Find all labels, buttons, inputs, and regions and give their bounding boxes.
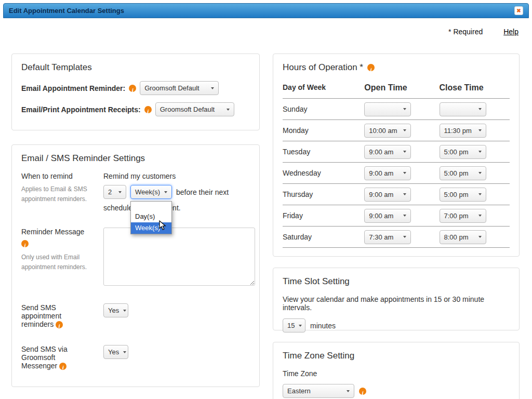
- unit-option-days[interactable]: Day(s): [131, 211, 171, 222]
- caret-down-icon: [227, 109, 230, 111]
- table-row: Tuesday 9:00 am 5:00 pm: [283, 141, 510, 163]
- remind-lead-text: Remind my customers: [103, 172, 250, 180]
- close-time-select[interactable]: 8:00 pm: [440, 230, 486, 244]
- caret-down-icon: [403, 215, 406, 217]
- email-reminder-label: Email Appointment Reminder:: [21, 84, 125, 92]
- unit-option-blank[interactable]: [131, 202, 171, 211]
- open-time-select[interactable]: [364, 102, 411, 116]
- close-time-select[interactable]: 5:00 pm: [440, 188, 486, 202]
- receipts-label: Email/Print Appointment Receipts:: [21, 105, 141, 114]
- open-time-select[interactable]: 9:00 am: [364, 188, 411, 202]
- sms-reminders-block: Send SMS appointment reminders Yes: [21, 303, 250, 328]
- sms-messenger-select[interactable]: Yes: [103, 345, 128, 359]
- sms-reminders-select[interactable]: Yes: [103, 303, 128, 317]
- remind-tail-text-1: before their next: [176, 188, 229, 196]
- help-link[interactable]: Help: [503, 28, 518, 36]
- select-value: 15: [287, 322, 295, 329]
- select-value: 7:00 pm: [444, 212, 469, 220]
- time-zone-panel: Time Zone Setting Time Zone Eastern: [273, 342, 520, 399]
- close-time-select[interactable]: 5:00 pm: [440, 166, 486, 180]
- day-label: Tuesday: [283, 148, 364, 156]
- time-zone-label: Time Zone: [283, 369, 510, 378]
- unit-option-weeks[interactable]: Week(s): [131, 222, 171, 234]
- day-label: Monday: [283, 126, 364, 135]
- close-time-select[interactable]: [440, 102, 486, 116]
- default-templates-panel: Default Templates Email Appointment Remi…: [11, 54, 260, 130]
- close-icon[interactable]: [514, 6, 523, 15]
- caret-down-icon: [403, 108, 406, 110]
- select-value: 10:00 am: [369, 127, 397, 135]
- remind-count-select[interactable]: 2: [103, 185, 126, 199]
- caret-down-icon: [403, 172, 406, 174]
- caret-down-icon: [478, 151, 482, 153]
- table-row: Friday 9:00 am 7:00 pm: [283, 205, 510, 227]
- caret-down-icon: [478, 236, 482, 238]
- select-value: Groomsoft Default: [144, 84, 200, 92]
- panel-title: Email / SMS Reminder Settings: [21, 153, 250, 164]
- table-row: Thursday 9:00 am 5:00 pm: [283, 184, 510, 205]
- open-time-select[interactable]: 7:30 am: [364, 230, 411, 244]
- time-slot-select[interactable]: 15: [283, 318, 305, 332]
- hours-table-header: Day of Week Open Time Close Time: [283, 81, 510, 99]
- remind-unit-select[interactable]: Week(s): [130, 185, 172, 199]
- dialog-title: Edit Appointment Calendar Settings: [9, 7, 124, 15]
- select-value: 9:00 am: [369, 169, 393, 177]
- day-label: Thursday: [283, 190, 364, 198]
- email-reminder-select[interactable]: Groomsoft Default: [140, 81, 219, 95]
- time-zone-select[interactable]: Eastern: [283, 384, 354, 398]
- caret-down-icon: [403, 236, 406, 238]
- message-sub-line1: Only used with Email: [21, 252, 103, 262]
- sms-messenger-block: Send SMS via Groomsoft Messenger Yes: [21, 345, 250, 370]
- caret-down-icon: [478, 108, 482, 110]
- select-value: 5:00 pm: [444, 191, 469, 198]
- caret-down-icon: [123, 310, 126, 312]
- caret-down-icon: [478, 172, 482, 174]
- time-slot-panel: Time Slot Setting View your calendar and…: [273, 268, 520, 330]
- reminder-message-textarea[interactable]: [103, 228, 255, 286]
- hours-of-operation-panel: Hours of Operation * Day of Week Open Ti…: [273, 54, 520, 257]
- caret-down-icon: [118, 191, 122, 193]
- info-icon[interactable]: [359, 388, 366, 395]
- caret-down-icon: [478, 215, 482, 217]
- info-icon[interactable]: [21, 240, 29, 247]
- info-icon[interactable]: [56, 321, 63, 328]
- info-icon[interactable]: [129, 85, 136, 92]
- message-sub-line2: appointment reminders.: [21, 262, 103, 272]
- select-value: 11:30 pm: [444, 127, 472, 135]
- close-time-select[interactable]: 7:00 pm: [440, 209, 486, 223]
- reminder-message-block: Reminder Message Only used with Email ap…: [21, 228, 250, 288]
- table-row: Monday 10:00 am 11:30 pm: [283, 120, 510, 141]
- select-value: Yes: [108, 348, 119, 356]
- reminder-settings-panel: Email / SMS Reminder Settings When to re…: [11, 144, 260, 387]
- select-value: 5:00 pm: [444, 148, 469, 156]
- info-icon[interactable]: [59, 363, 66, 370]
- select-value: 7:30 am: [369, 233, 393, 241]
- receipts-select[interactable]: Groomsoft Default: [155, 102, 234, 116]
- open-time-select[interactable]: 9:00 am: [364, 145, 411, 159]
- table-row: Sunday: [283, 99, 510, 120]
- close-time-select[interactable]: 5:00 pm: [440, 145, 486, 159]
- required-note: * Required: [448, 28, 483, 36]
- receipts-row: Email/Print Appointment Receipts: Grooms…: [21, 102, 250, 116]
- sms-reminders-label: Send SMS appointment reminders: [21, 303, 77, 328]
- when-sub-line1: Applies to Email & SMS: [21, 184, 103, 194]
- sms-messenger-label: Send SMS via Groomsoft Messenger: [21, 345, 77, 370]
- email-reminder-row: Email Appointment Reminder: Groomsoft De…: [21, 81, 250, 95]
- caret-down-icon: [123, 351, 126, 353]
- col-open-time: Open Time: [364, 83, 439, 92]
- select-value: Groomsoft Default: [160, 105, 215, 113]
- info-icon[interactable]: [144, 106, 152, 113]
- open-time-select[interactable]: 9:00 am: [364, 209, 411, 223]
- open-time-select[interactable]: 10:00 am: [364, 124, 411, 138]
- col-day-of-week: Day of Week: [283, 83, 364, 91]
- open-time-select[interactable]: 9:00 am: [364, 166, 411, 180]
- remind-tail-text-2: scheduled appointment.: [103, 204, 250, 212]
- info-icon[interactable]: [367, 64, 375, 71]
- table-row: Wednesday 9:00 am 5:00 pm: [283, 163, 510, 184]
- caret-down-icon: [299, 325, 302, 327]
- day-label: Wednesday: [283, 169, 364, 177]
- panel-title: Time Zone Setting: [283, 351, 510, 361]
- col-close-time: Close Time: [440, 83, 510, 92]
- close-time-select[interactable]: 11:30 pm: [440, 124, 486, 138]
- unit-dropdown-list: Day(s) Week(s): [130, 201, 172, 234]
